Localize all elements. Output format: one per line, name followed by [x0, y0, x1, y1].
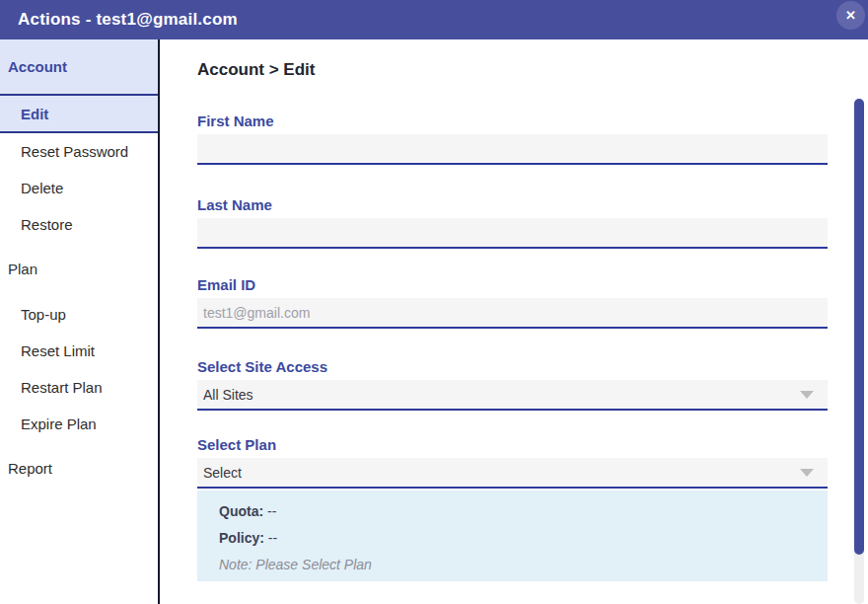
plan-select[interactable]: Select: [197, 458, 828, 489]
quota-value: --: [263, 503, 276, 519]
quota-line: Quota: --: [219, 502, 828, 529]
plan-note: Note: Please Select Plan: [219, 556, 828, 582]
site-access-select[interactable]: All Sites: [197, 380, 828, 411]
scrollbar-track[interactable]: [854, 99, 864, 604]
email-group: Email ID: [197, 276, 828, 329]
sidebar-item-expire-plan[interactable]: Expire Plan: [0, 406, 158, 442]
email-input[interactable]: [197, 298, 828, 329]
sidebar-item-label: Reset Limit: [21, 342, 95, 359]
sidebar-item-label: Top-up: [21, 306, 66, 323]
sidebar-item-label: Restart Plan: [21, 379, 103, 396]
sidebar-section-report[interactable]: Report: [0, 450, 158, 486]
sidebar-item-restart-plan[interactable]: Restart Plan: [0, 369, 158, 406]
plan-group: Select Plan Select Quota: -- Policy: -- …: [197, 436, 828, 581]
close-icon: ✕: [845, 8, 856, 23]
policy-line: Policy: --: [219, 529, 828, 556]
sidebar-item-label: Delete: [21, 180, 63, 196]
first-name-input[interactable]: [197, 134, 828, 165]
last-name-group: Last Name: [197, 196, 828, 249]
policy-value: --: [264, 530, 277, 546]
sidebar-item-label: Restore: [21, 216, 73, 233]
sidebar-item-edit[interactable]: Edit: [0, 96, 158, 133]
sidebar-item-restore[interactable]: Restore: [0, 206, 158, 243]
chevron-down-icon: [800, 469, 814, 477]
scrollbar-thumb[interactable]: [854, 99, 864, 555]
first-name-group: First Name: [197, 113, 828, 165]
quota-label: Quota:: [219, 503, 263, 519]
sidebar-section-report-label: Report: [8, 460, 52, 477]
email-label: Email ID: [197, 276, 828, 294]
sidebar-section-account-label: Account: [8, 58, 67, 75]
last-name-input[interactable]: [197, 218, 828, 249]
plan-info-box: Quota: -- Policy: -- Note: Please Select…: [197, 491, 828, 581]
sidebar-section-plan[interactable]: Plan: [0, 251, 158, 286]
sidebar-item-label: Edit: [21, 106, 48, 122]
sidebar-item-label: Reset Password: [21, 143, 128, 160]
breadcrumb: Account > Edit: [197, 57, 868, 83]
site-access-value: All Sites: [203, 387, 253, 403]
close-button[interactable]: ✕: [836, 1, 865, 30]
sidebar-item-label: Expire Plan: [21, 415, 97, 432]
sidebar-section-account[interactable]: Account: [0, 39, 158, 96]
dialog-title: Actions - test1@gmail.com: [18, 10, 238, 30]
sidebar-item-reset-password[interactable]: Reset Password: [0, 133, 158, 170]
site-access-group: Select Site Access All Sites: [197, 358, 828, 411]
plan-value: Select: [203, 465, 242, 481]
plan-label: Select Plan: [197, 436, 828, 454]
site-access-label: Select Site Access: [197, 358, 828, 376]
sidebar-item-reset-limit[interactable]: Reset Limit: [0, 333, 158, 369]
main-panel: Account > Edit First Name Last Name Emai…: [160, 39, 868, 604]
sidebar: Account Edit Reset Password Delete Resto…: [0, 39, 160, 604]
sidebar-section-plan-label: Plan: [8, 261, 37, 277]
sidebar-item-delete[interactable]: Delete: [0, 170, 158, 206]
policy-label: Policy:: [219, 530, 264, 546]
dialog-titlebar: Actions - test1@gmail.com ✕: [0, 0, 868, 39]
last-name-label: Last Name: [197, 196, 828, 214]
sidebar-item-top-up[interactable]: Top-up: [0, 296, 158, 333]
chevron-down-icon: [800, 391, 814, 399]
first-name-label: First Name: [197, 113, 828, 130]
